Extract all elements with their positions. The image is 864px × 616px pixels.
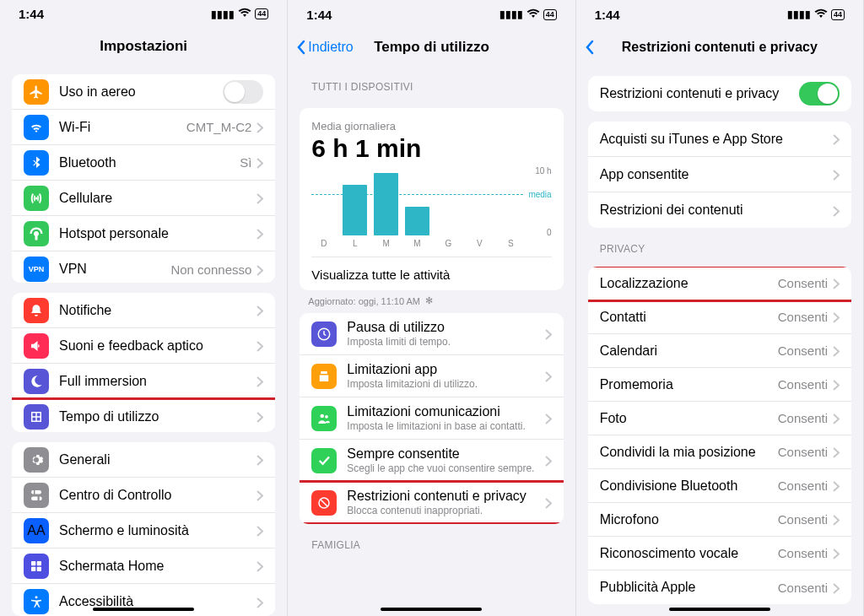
svg-rect-1	[31, 561, 35, 565]
back-button[interactable]	[585, 40, 595, 55]
group-purchases: Acquisti su iTunes e App StoreApp consen…	[588, 122, 851, 228]
status-right: ▮▮▮▮ 44	[787, 8, 845, 21]
row-controlcenter[interactable]: Centro di Controllo	[12, 478, 275, 513]
row-sounds[interactable]: Suoni e feedback aptico	[12, 328, 275, 364]
row-alwaysallowed[interactable]: Sempre consentiteScegli le app che vuoi …	[300, 440, 563, 482]
row-label: Generali	[59, 452, 256, 467]
chart-day-label: S	[499, 239, 523, 248]
chevron-right-icon	[833, 480, 840, 491]
media-label: media	[528, 190, 551, 199]
wifi-icon	[238, 8, 251, 20]
restrictions-icon	[311, 490, 337, 516]
restrictions-toggle-row[interactable]: Restrizioni contenuti e privacy	[588, 76, 851, 111]
row-label: Calendari	[600, 343, 778, 359]
status-bar: 1:44 ▮▮▮▮ 44	[576, 0, 863, 29]
downtime-icon	[311, 322, 337, 347]
commlimits-icon	[311, 406, 337, 431]
chevron-right-icon	[833, 379, 840, 390]
chevron-right-icon	[833, 345, 840, 356]
row-vpn[interactable]: VPNVPNNon connesso	[12, 251, 275, 283]
airplane-icon	[24, 79, 49, 105]
chevron-right-icon	[256, 264, 263, 275]
airplane-toggle[interactable]	[223, 80, 263, 104]
row-location[interactable]: LocalizzazioneConsenti	[588, 267, 851, 300]
row-label: Promemoria	[600, 377, 778, 392]
row-btshare[interactable]: Condivisione BluetoothConsenti	[588, 469, 851, 503]
screentime-icon	[24, 404, 49, 430]
row-reminders[interactable]: PromemoriaConsenti	[588, 368, 851, 402]
sounds-icon	[24, 333, 49, 359]
row-general[interactable]: Generali	[12, 442, 275, 478]
chart-x-labels: DLMMGVS	[311, 239, 551, 248]
row-itunes[interactable]: Acquisti su iTunes e App Store	[588, 122, 851, 157]
back-button[interactable]: Indietro	[296, 40, 353, 55]
group-connectivity: Uso in aereoWi-FiCMT_M-C2BluetoothSìCell…	[12, 74, 275, 283]
chevron-right-icon	[833, 278, 840, 289]
row-commlimits[interactable]: Limitazioni comunicazioniImposta le limi…	[300, 397, 563, 440]
row-microphone[interactable]: MicrofonoConsenti	[588, 503, 851, 537]
row-sublabel: Imposta le limitazioni in base ai contat…	[347, 420, 544, 432]
y-tick-top: 10 h	[535, 166, 551, 176]
row-label: Sempre consentite	[347, 446, 544, 462]
home-indicator[interactable]	[669, 608, 770, 611]
page-title: Impostazioni	[100, 38, 187, 55]
chart-day-label: G	[436, 239, 461, 248]
row-hotspot[interactable]: Hotspot personale	[12, 216, 275, 251]
restrictions-toggle[interactable]	[799, 82, 840, 105]
chevron-right-icon	[256, 489, 263, 500]
row-cellular[interactable]: Cellulare	[12, 181, 275, 216]
row-label: Notifiche	[59, 303, 256, 318]
homescreen-icon	[24, 554, 49, 579]
battery-icon: 44	[831, 9, 845, 20]
status-time: 1:44	[306, 8, 332, 22]
row-applimits[interactable]: Limitazioni appImposta limitazioni di ut…	[300, 355, 563, 397]
row-label: Limitazioni app	[347, 362, 544, 377]
svg-point-5	[35, 596, 38, 598]
home-indicator[interactable]	[93, 608, 194, 611]
signal-icon: ▮▮▮▮	[211, 8, 235, 20]
row-homescreen[interactable]: Schermata Home	[12, 548, 275, 584]
row-allowedapps[interactable]: App consentite	[588, 157, 851, 192]
display-icon: AA	[24, 518, 49, 543]
row-bluetooth[interactable]: BluetoothSì	[12, 145, 275, 181]
row-calendars[interactable]: CalendariConsenti	[588, 334, 851, 368]
view-all-activity[interactable]: Visualizza tutte le attività	[311, 257, 551, 282]
row-speech[interactable]: Riconoscimento vocaleConsenti	[588, 537, 851, 570]
row-label: Bluetooth	[59, 155, 240, 170]
row-contentrestrict[interactable]: Restrizioni dei contenuti	[588, 192, 851, 228]
row-airplane[interactable]: Uso in aereo	[12, 74, 275, 110]
status-right: ▮▮▮▮ 44	[211, 8, 268, 20]
row-label: Uso in aereo	[59, 84, 223, 100]
chart-bar	[405, 207, 429, 235]
row-display[interactable]: AASchermo e luminosità	[12, 513, 275, 548]
row-sharelocation[interactable]: Condividi la mia posizioneConsenti	[588, 435, 851, 469]
chart-bar	[343, 185, 367, 235]
row-sublabel: Imposta limiti di tempo.	[347, 336, 544, 348]
row-focus[interactable]: Full immersion	[12, 364, 275, 399]
chevron-right-icon	[833, 311, 840, 322]
row-value: Consenti	[778, 276, 828, 290]
row-label: Full immersion	[59, 374, 256, 389]
row-appleads[interactable]: Pubblicità AppleConsenti	[588, 570, 851, 604]
row-downtime[interactable]: Pausa di utilizzoImposta limiti di tempo…	[300, 313, 563, 355]
row-wifi[interactable]: Wi-FiCMT_M-C2	[12, 110, 275, 145]
chevron-right-icon	[545, 370, 552, 381]
group-toggle: Restrizioni contenuti e privacy	[588, 76, 851, 111]
status-right: ▮▮▮▮ 44	[500, 8, 557, 21]
chevron-right-icon	[833, 205, 840, 216]
chevron-right-icon	[256, 454, 263, 465]
home-indicator[interactable]	[381, 608, 482, 611]
chevron-right-icon	[256, 525, 263, 536]
row-screentime[interactable]: Tempo di utilizzo	[12, 399, 275, 432]
row-value: Consenti	[778, 512, 828, 527]
row-contacts[interactable]: ContattiConsenti	[588, 300, 851, 334]
chevron-right-icon	[833, 582, 840, 593]
row-photos[interactable]: FotoConsenti	[588, 402, 851, 435]
svg-point-8	[325, 414, 328, 418]
row-label: Hotspot personale	[59, 226, 256, 241]
row-label: Condivisione Bluetooth	[600, 478, 778, 494]
group-general: GeneraliCentro di ControlloAASchermo e l…	[12, 442, 275, 616]
row-notifications[interactable]: Notifiche	[12, 293, 275, 328]
row-restrictions[interactable]: Restrizioni contenuti e privacyBlocca co…	[300, 482, 563, 524]
row-accessibility[interactable]: Accessibilità	[12, 584, 275, 616]
